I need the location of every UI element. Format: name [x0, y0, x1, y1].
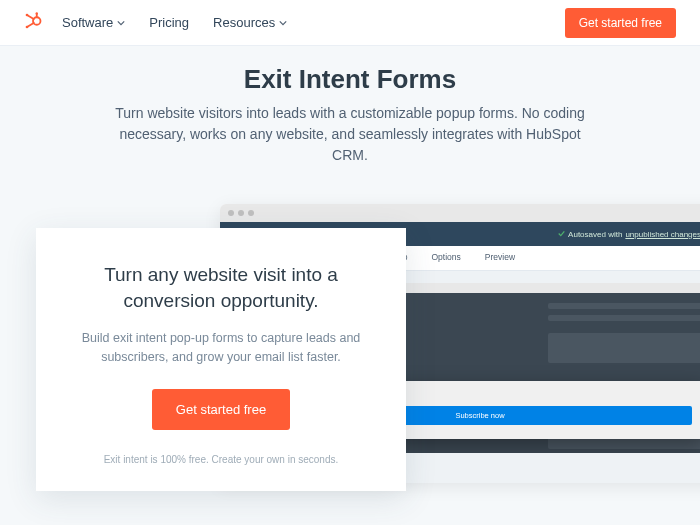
stage: Email Subscribers Pop-up Autosaved with … [40, 190, 660, 525]
hero-subtitle: Turn website visitors into leads with a … [100, 103, 600, 166]
hero: Exit Intent Forms Turn website visitors … [0, 46, 700, 525]
card-description: Build exit intent pop-up forms to captur… [68, 329, 374, 367]
hubspot-logo-icon[interactable] [24, 12, 42, 34]
chevron-down-icon [117, 15, 125, 30]
nav-resources[interactable]: Resources [213, 15, 287, 30]
browser-chrome [220, 204, 700, 222]
nav-pricing[interactable]: Pricing [149, 15, 189, 30]
hero-title: Exit Intent Forms [40, 64, 660, 95]
window-control-icon [228, 210, 234, 216]
get-started-button[interactable]: Get started free [565, 8, 676, 38]
nav-label: Resources [213, 15, 275, 30]
top-nav: Software Pricing Resources Get started f… [0, 0, 700, 46]
unpublished-link[interactable]: unpublished changes [625, 230, 700, 239]
skeleton-block [548, 333, 700, 363]
nav-software[interactable]: Software [62, 15, 125, 30]
check-icon [558, 230, 565, 239]
card-cta-button[interactable]: Get started free [152, 389, 290, 430]
card-heading: Turn any website visit into a conversion… [68, 262, 374, 313]
nav-label: Software [62, 15, 113, 30]
chevron-down-icon [279, 15, 287, 30]
svg-point-4 [26, 13, 29, 16]
svg-point-6 [36, 12, 38, 14]
skeleton-line [548, 315, 700, 321]
svg-point-5 [26, 25, 29, 28]
skeleton-line [548, 303, 700, 309]
nav-label: Pricing [149, 15, 189, 30]
window-control-icon [238, 210, 244, 216]
window-control-icon [248, 210, 254, 216]
card-footnote: Exit intent is 100% free. Create your ow… [68, 454, 374, 465]
tab-options[interactable]: Options [420, 246, 473, 270]
feature-card: Turn any website visit into a conversion… [36, 228, 406, 491]
tab-preview[interactable]: Preview [473, 246, 527, 270]
autosave-status: Autosaved with unpublished changes [558, 230, 700, 239]
